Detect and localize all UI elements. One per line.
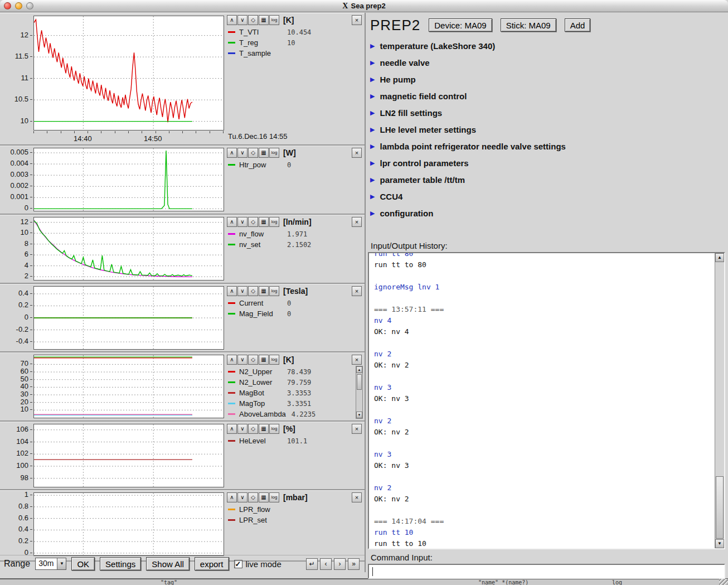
prep2-item-3[interactable]: ▶He pump bbox=[370, 71, 724, 88]
device-button[interactable]: Device: MA09 bbox=[429, 18, 492, 32]
chart-close-button[interactable]: × bbox=[352, 355, 362, 365]
chart-scroll-down-button[interactable]: ∨ bbox=[237, 286, 247, 296]
y-tick-label: 0.4 bbox=[18, 289, 28, 297]
range-dropdown-arrow-icon[interactable]: ▼ bbox=[57, 558, 66, 569]
chart-close-button[interactable]: × bbox=[352, 15, 362, 25]
legend-scrollbar[interactable]: ▲▼ bbox=[356, 366, 363, 419]
close-window-button[interactable] bbox=[4, 2, 11, 9]
zoom-window-button[interactable] bbox=[26, 2, 33, 9]
prep2-item-7[interactable]: ▶lambda point refrigerator needle valve … bbox=[370, 138, 724, 154]
settings-button[interactable]: Settings bbox=[100, 557, 141, 571]
chart-scroll-up-button[interactable]: ∧ bbox=[227, 15, 237, 25]
chart-scroll-up-button[interactable]: ∧ bbox=[227, 424, 237, 434]
titlebar[interactable]: XSea prep2 bbox=[0, 0, 728, 12]
console-line: run tt 10 bbox=[374, 527, 712, 538]
chart-zoom-button[interactable]: ◇ bbox=[248, 424, 258, 434]
add-button[interactable]: Add bbox=[565, 18, 591, 32]
chart-grid-button[interactable]: ▦ bbox=[259, 286, 269, 296]
chart-grid-button[interactable]: ▦ bbox=[259, 355, 269, 365]
io-history-console[interactable]: run tt 80run tt to 80 ignoreMsg lnv 1 ==… bbox=[368, 252, 725, 549]
expand-triangle-icon: ▶ bbox=[370, 176, 375, 183]
legend-row: nv_set2.1502 bbox=[228, 239, 354, 250]
prep2-item-4[interactable]: ▶magnetic field control bbox=[370, 88, 724, 104]
legend-scrollbar-thumb[interactable] bbox=[357, 374, 362, 390]
chart-grid-button[interactable]: ▦ bbox=[259, 424, 269, 434]
prep2-item-6[interactable]: ▶LHe level meter settings bbox=[370, 121, 724, 138]
range-select[interactable]: 30m ▼ bbox=[35, 558, 66, 570]
legend-series-value: 1.971 bbox=[287, 230, 307, 238]
chart-log-button[interactable]: log bbox=[269, 286, 279, 296]
chart-log-button[interactable]: log bbox=[269, 424, 279, 434]
resize-grip[interactable] bbox=[719, 579, 728, 585]
chart-scroll-up-button[interactable]: ∧ bbox=[227, 286, 237, 296]
console-line: ignoreMsg lnv 1 bbox=[374, 282, 712, 293]
y-tick-mark bbox=[30, 163, 32, 164]
chart-close-button[interactable]: × bbox=[352, 492, 362, 502]
export-button[interactable]: export bbox=[195, 557, 229, 571]
chart-log-button[interactable]: log bbox=[269, 355, 279, 365]
prep2-item-5[interactable]: ▶LN2 fill settings bbox=[370, 104, 724, 121]
chart-scroll-down-button[interactable]: ∨ bbox=[237, 148, 247, 158]
chart-scroll-up-button[interactable]: ∧ bbox=[227, 217, 237, 227]
chart-scroll-up-button[interactable]: ∧ bbox=[227, 492, 237, 502]
minimize-window-button[interactable] bbox=[15, 2, 22, 9]
chart-scroll-down-button[interactable]: ∨ bbox=[237, 355, 247, 365]
chart-scroll-down-button[interactable]: ∨ bbox=[237, 15, 247, 25]
chart-log-button[interactable]: log bbox=[269, 492, 279, 502]
scroll-up-arrow-icon[interactable]: ▲ bbox=[715, 253, 724, 262]
legend-scroll-down-arrow-icon[interactable]: ▼ bbox=[356, 412, 362, 418]
charts-pane: 1010.51111.512∧∨◇▦log[K]×T_VTI10.454T_re… bbox=[0, 13, 366, 572]
chart-zoom-button[interactable]: ◇ bbox=[248, 355, 258, 365]
chart-log-button[interactable]: log bbox=[269, 15, 279, 25]
expand-triangle-icon: ▶ bbox=[370, 109, 375, 117]
series-T_VTI bbox=[34, 20, 192, 122]
prep2-item-2[interactable]: ▶needle valve bbox=[370, 54, 724, 71]
y-tick-mark bbox=[30, 541, 32, 542]
chart-zoom-button[interactable]: ◇ bbox=[248, 217, 258, 227]
chart-unit-label: [K] bbox=[283, 16, 294, 25]
chart-close-button[interactable]: × bbox=[352, 217, 362, 227]
chart-grid-button[interactable]: ▦ bbox=[259, 15, 269, 25]
show-all-button[interactable]: Show All bbox=[146, 557, 190, 571]
stick-button[interactable]: Stick: MA09 bbox=[501, 18, 556, 32]
chart-scroll-up-button[interactable]: ∧ bbox=[227, 355, 237, 365]
chart-scroll-down-button[interactable]: ∨ bbox=[237, 217, 247, 227]
chart-zoom-button[interactable]: ◇ bbox=[248, 492, 258, 502]
expand-triangle-icon: ▶ bbox=[370, 42, 375, 50]
prep2-item-10[interactable]: ▶CCU4 bbox=[370, 188, 724, 205]
ok-button[interactable]: OK bbox=[71, 557, 95, 571]
command-input-field[interactable] bbox=[368, 564, 725, 579]
chart-close-button[interactable]: × bbox=[352, 424, 362, 434]
chart-toolbar: ∧∨◇▦log[W]× bbox=[227, 147, 362, 158]
chart-scroll-up-button[interactable]: ∧ bbox=[227, 148, 237, 158]
live-mode-label: live mode bbox=[246, 559, 282, 569]
live-mode-checkbox[interactable]: ✓ bbox=[234, 560, 242, 568]
prep2-item-9[interactable]: ▶parameter table /tt/tm bbox=[370, 171, 724, 188]
prep2-item-1[interactable]: ▶temperature (LakeShore 340) bbox=[370, 37, 724, 54]
chart-scroll-down-button[interactable]: ∨ bbox=[237, 492, 247, 502]
step-forward-button[interactable]: › bbox=[334, 558, 346, 570]
chart-zoom-button[interactable]: ◇ bbox=[248, 148, 258, 158]
legend-scroll-up-arrow-icon[interactable]: ▲ bbox=[356, 366, 362, 373]
chart-log-button[interactable]: log bbox=[269, 217, 279, 227]
x-tick-mark bbox=[47, 131, 47, 133]
chart-scroll-down-button[interactable]: ∨ bbox=[237, 424, 247, 434]
chart-grid-button[interactable]: ▦ bbox=[259, 492, 269, 502]
step-back-button[interactable]: ‹ bbox=[320, 558, 332, 570]
scrollbar-thumb[interactable] bbox=[716, 476, 724, 539]
chart-close-button[interactable]: × bbox=[352, 286, 362, 296]
chart-zoom-button[interactable]: ◇ bbox=[248, 286, 258, 296]
prep2-item-11[interactable]: ▶configuration bbox=[370, 205, 724, 221]
chart-legend: ∧∨◇▦log[Tesla]×Current0Mag_Field0 bbox=[225, 284, 363, 351]
chart-log-button[interactable]: log bbox=[269, 148, 279, 158]
chart-grid-button[interactable]: ▦ bbox=[259, 217, 269, 227]
chart-close-button[interactable]: × bbox=[352, 148, 362, 158]
chart-grid-button[interactable]: ▦ bbox=[259, 148, 269, 158]
chart-zoom-button[interactable]: ◇ bbox=[248, 15, 258, 25]
y-tick-mark bbox=[30, 254, 32, 255]
prep2-item-8[interactable]: ▶lpr control parameters bbox=[370, 154, 724, 171]
jump-latest-button[interactable]: » bbox=[348, 558, 360, 570]
console-scrollbar[interactable]: ▲ ▼ bbox=[715, 253, 724, 548]
refresh-button[interactable]: ↵ bbox=[306, 558, 318, 570]
scroll-down-arrow-icon[interactable]: ▼ bbox=[715, 539, 724, 548]
